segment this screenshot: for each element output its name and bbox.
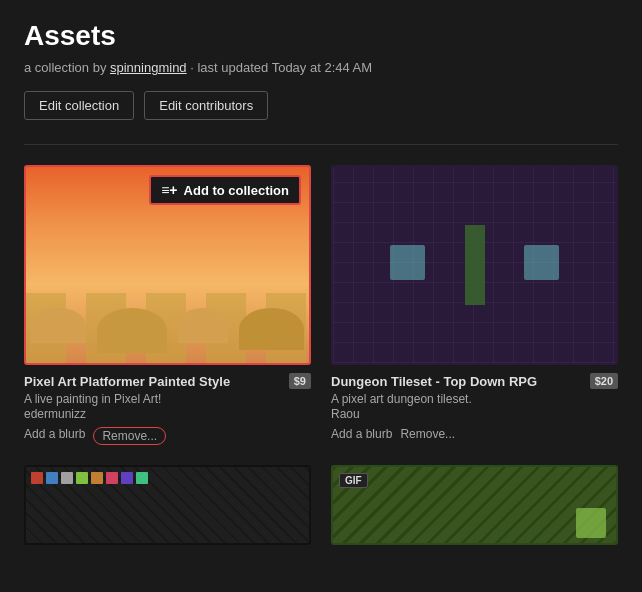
add-to-collection-button[interactable]: ≡+ Add to collection [149,175,301,205]
remove-link-platformer[interactable]: Remove... [93,427,166,445]
iso-bg [333,467,616,543]
dungeon-window-right [524,245,559,280]
thumbnail-isometric[interactable]: GIF [331,465,618,545]
sprite-5 [91,472,103,484]
sprite-2 [46,472,58,484]
cloud-1 [31,308,86,343]
action-buttons: Edit collection Edit contributors [24,91,618,120]
card-actions-platformer: Add a blurb Remove... [24,427,311,445]
thumbnail-dungeon[interactable] [331,165,618,365]
sprite-1 [31,472,43,484]
add-icon: ≡+ [161,182,177,198]
subtitle: a collection by spinningmind · last upda… [24,60,618,75]
dungeon-window-left [390,245,425,280]
card-desc-platformer: A live painting in Pixel Art! [24,392,311,406]
card-title-row-dungeon: Dungeon Tileset - Top Down RPG $20 [331,373,618,389]
cloud-4 [239,308,304,350]
clouds-layer [26,308,309,353]
card-title-row-platformer: Pixel Art Platformer Painted Style $9 [24,373,311,389]
card-sprites [24,465,311,545]
asset-grid: ≡+ Add to collection Pixel Art Platforme… [24,165,618,545]
card-actions-dungeon: Add a blurb Remove... [331,427,618,441]
divider [24,144,618,145]
card-isometric: GIF [331,465,618,545]
sprite-3 [61,472,73,484]
gif-badge: GIF [339,473,368,488]
card-dungeon: Dungeon Tileset - Top Down RPG $20 A pix… [331,165,618,445]
add-blurb-link-platformer[interactable]: Add a blurb [24,427,85,445]
sprite-7 [121,472,133,484]
sprite-8 [136,472,148,484]
thumbnail-sprites[interactable] [24,465,311,545]
cloud-2 [97,308,167,353]
sprite-6 [106,472,118,484]
thumbnail-platformer[interactable]: ≡+ Add to collection [24,165,311,365]
card-desc-dungeon: A pixel art dungeon tileset. [331,392,618,406]
price-badge-platformer: $9 [289,373,311,389]
price-badge-dungeon: $20 [590,373,618,389]
card-title-dungeon: Dungeon Tileset - Top Down RPG [331,374,584,389]
card-title-platformer: Pixel Art Platformer Painted Style [24,374,283,389]
add-blurb-link-dungeon[interactable]: Add a blurb [331,427,392,441]
sprite-grid [26,467,309,543]
remove-link-dungeon[interactable]: Remove... [400,427,455,441]
subtitle-suffix: · last updated Today at 2:44 AM [187,60,373,75]
sprite-4 [76,472,88,484]
card-platformer: ≡+ Add to collection Pixel Art Platforme… [24,165,311,445]
dungeon-path [465,225,485,305]
page-title: Assets [24,20,618,52]
author-link[interactable]: spinningmind [110,60,187,75]
iso-tree [576,508,606,538]
cloud-3 [178,308,228,343]
add-to-collection-label: Add to collection [184,183,289,198]
card-author-platformer: edermunizz [24,407,311,421]
subtitle-prefix: a collection by [24,60,110,75]
card-author-dungeon: Raou [331,407,618,421]
edit-collection-button[interactable]: Edit collection [24,91,134,120]
edit-contributors-button[interactable]: Edit contributors [144,91,268,120]
